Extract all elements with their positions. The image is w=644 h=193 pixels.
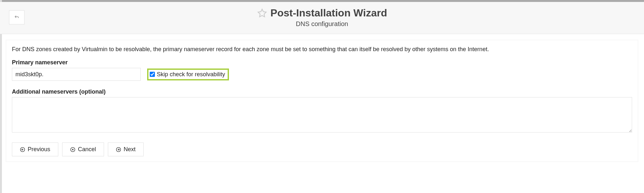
primary-nameserver-input[interactable] — [12, 68, 141, 81]
header-center: Post-Installation Wizard DNS configurati… — [9, 7, 635, 28]
additional-nameservers-input[interactable] — [12, 97, 632, 133]
skip-check-checkbox[interactable] — [150, 72, 155, 77]
additional-nameservers-label: Additional nameservers (optional) — [12, 88, 632, 95]
cancel-button[interactable]: Cancel — [62, 142, 104, 156]
circle-x-icon — [70, 147, 75, 152]
svg-marker-0 — [258, 9, 266, 17]
circle-arrow-left-icon — [20, 147, 25, 152]
page-title: Post-Installation Wizard — [270, 7, 387, 19]
previous-button[interactable]: Previous — [12, 142, 58, 156]
title-row: Post-Installation Wizard — [9, 7, 635, 19]
skip-check-label[interactable]: Skip check for resolvability — [157, 71, 225, 78]
primary-nameserver-row: Skip check for resolvability — [12, 68, 632, 81]
previous-button-label: Previous — [28, 146, 50, 153]
back-button[interactable] — [9, 10, 24, 24]
skip-check-group: Skip check for resolvability — [147, 69, 229, 80]
description-text: For DNS zones created by Virtualmin to b… — [12, 45, 632, 53]
wizard-buttons: Previous Cancel Next — [12, 142, 632, 156]
primary-nameserver-label: Primary nameserver — [12, 59, 632, 66]
page-header: Post-Installation Wizard DNS configurati… — [0, 2, 644, 34]
return-arrow-icon — [14, 15, 19, 20]
next-button[interactable]: Next — [108, 142, 144, 156]
content-panel: For DNS zones created by Virtualmin to b… — [6, 40, 638, 162]
page-subtitle: DNS configuration — [9, 20, 635, 28]
circle-arrow-right-icon — [116, 147, 121, 152]
next-button-label: Next — [124, 146, 136, 153]
star-icon[interactable] — [257, 8, 267, 18]
cancel-button-label: Cancel — [78, 146, 96, 153]
